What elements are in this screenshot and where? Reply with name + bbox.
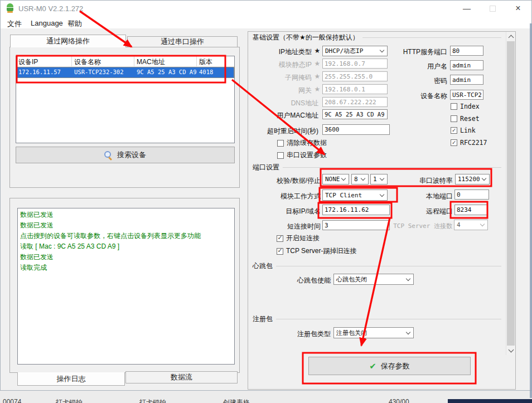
databits-select[interactable]: 8	[351, 174, 369, 184]
minimize-button[interactable]: —	[454, 1, 480, 16]
register-type-select[interactable]: 注册包关闭	[333, 327, 414, 338]
dns-input[interactable]	[322, 97, 388, 107]
device-ip: 172.16.11.57	[16, 67, 72, 78]
password-input[interactable]	[450, 75, 483, 85]
http-port-input[interactable]	[450, 46, 483, 56]
tcpserver-conn-select[interactable]: 4	[454, 220, 488, 230]
reset-checkbox[interactable]: Reset	[451, 115, 480, 123]
scrollbar-thumb[interactable]	[507, 41, 515, 346]
serial-param-checkbox[interactable]: 串口设置参数	[277, 150, 327, 160]
user-mac-input[interactable]	[322, 109, 388, 119]
label-baud-rate: 串口波特率	[413, 176, 453, 186]
subnet-mask-input[interactable]	[322, 71, 388, 81]
log-line: 读取 [ Mac : 9C A5 25 A3 CD A9 ]	[20, 241, 232, 252]
menu-language[interactable]: Language	[28, 18, 65, 28]
label-register-type: 注册包类型	[253, 329, 331, 339]
search-icon	[104, 151, 113, 159]
work-mode-value: TCP Client	[325, 192, 362, 199]
work-mode-select[interactable]: TCP Client	[322, 190, 388, 201]
app-window: USR-M0 V2.2.1.272 — × 文件 Language 帮助 通过网…	[0, 0, 532, 391]
background-fragment: 打卡锁拍	[56, 398, 83, 403]
close-icon: ×	[515, 3, 520, 13]
checkbox-checked-icon	[277, 248, 283, 255]
reboot-timeout-input[interactable]	[322, 124, 390, 135]
rfc2217-label: RFC2217	[460, 139, 487, 147]
index-label: Index	[460, 103, 480, 110]
chevron-down-icon	[482, 176, 486, 181]
label-ip-type: IP地址类型	[240, 47, 312, 57]
device-table: 设备IP 设备名称 MAC地址 版本 172.16.11.57 USR-TCP2…	[16, 56, 235, 143]
index-checkbox[interactable]: Index	[451, 103, 480, 110]
remote-port-input[interactable]	[454, 205, 487, 215]
heartbeat-select[interactable]: 心跳包关闭	[333, 274, 414, 285]
column-version[interactable]: 版本	[197, 56, 234, 66]
background-window-strip: 00074 打卡锁拍 打卡锁拍 创建表格 430/00	[0, 391, 532, 403]
checkbox-icon	[451, 103, 457, 110]
port-settings-title: 端口设置	[253, 163, 279, 172]
target-ip-input[interactable]	[322, 205, 390, 215]
link-checkbox[interactable]: Link	[451, 127, 476, 134]
background-fragment: 00074	[3, 398, 21, 403]
menu-bar: 文件 Language 帮助	[1, 16, 531, 28]
tcpserver-conn-value: 4	[457, 221, 461, 229]
ip-type-value: DHCP/动态IP	[325, 47, 363, 55]
chevron-down-icon	[380, 192, 384, 196]
log-line: 数据已发送	[20, 252, 232, 263]
databits-value: 8	[354, 176, 358, 183]
tab-operation-log[interactable]: 操作日志	[17, 372, 125, 386]
tab-serial-operate[interactable]: 通过串口操作	[127, 36, 238, 47]
device-table-header: 设备IP 设备名称 MAC地址 版本	[16, 56, 234, 67]
app-icon	[6, 3, 14, 13]
scroll-up-button[interactable]	[506, 32, 515, 41]
log-line: 数据已发送	[20, 220, 232, 231]
clear-cache-label: 清除缓存数据	[287, 138, 327, 148]
short-conn-time-input[interactable]	[322, 220, 390, 230]
maximize-button[interactable]	[480, 1, 505, 16]
column-mac[interactable]: MAC地址	[134, 56, 197, 66]
star-icon: ★	[312, 72, 322, 80]
kick-old-conn-checkbox[interactable]: TCP Server-踢掉旧连接	[277, 246, 356, 256]
parity-select[interactable]: NONE	[322, 174, 349, 184]
close-button[interactable]: ×	[505, 1, 531, 16]
scroll-down-button[interactable]	[506, 346, 515, 355]
tab-data-stream[interactable]: 数据流	[125, 371, 238, 383]
menu-help[interactable]: 帮助	[65, 18, 84, 30]
rfc2217-checkbox[interactable]: RFC2217	[451, 139, 487, 147]
search-device-button[interactable]: 搜索设备	[16, 147, 235, 163]
parity-value: NONE	[325, 176, 340, 183]
tab-network-operate[interactable]: 通过网络操作	[10, 35, 126, 47]
operation-log[interactable]: 数据已发送 数据已发送 点击搜到的设备可读取参数，右键点击设备列表显示更多功能 …	[17, 208, 235, 365]
stopbits-value: 1	[373, 176, 377, 183]
baud-rate-select[interactable]: 115200	[455, 174, 490, 184]
chevron-down-icon	[361, 176, 365, 181]
maximize-icon	[490, 6, 496, 12]
device-row-selected[interactable]: 172.16.11.57 USR-TCP232-302 9C A5 25 A3 …	[16, 67, 234, 78]
gateway-input[interactable]	[322, 84, 388, 94]
ip-type-select[interactable]: DHCP/动态IP	[322, 46, 388, 56]
chevron-down-icon	[380, 48, 384, 52]
register-title: 注册包	[253, 314, 273, 324]
label-username: 用户名	[385, 62, 447, 71]
settings-scrollbar[interactable]	[506, 32, 515, 355]
window-title: USR-M0 V2.2.1.272	[18, 4, 83, 13]
save-params-button[interactable]: ✔ 保存参数	[308, 357, 471, 375]
label-tcpserver-conn: TCP Server 连接数	[385, 222, 452, 230]
checkbox-icon	[277, 152, 284, 159]
column-device-ip[interactable]: 设备IP	[16, 56, 72, 66]
label-work-mode: 模块工作方式	[253, 192, 321, 201]
stopbits-select[interactable]: 1	[370, 174, 388, 184]
clear-cache-checkbox[interactable]: 清除缓存数据	[277, 138, 327, 148]
enable-short-conn-checkbox[interactable]: 开启短连接	[277, 234, 320, 243]
column-device-name[interactable]: 设备名称	[72, 56, 134, 66]
log-line: 读取完成	[20, 263, 232, 273]
heartbeat-header: 心跳包	[253, 261, 501, 271]
username-input[interactable]	[450, 60, 483, 70]
label-user-mac: 用户MAC地址	[240, 111, 318, 120]
device-name: USR-TCP232-302	[72, 67, 134, 78]
menu-file[interactable]: 文件	[5, 18, 24, 30]
device-name-input[interactable]	[450, 90, 483, 100]
static-ip-input[interactable]	[322, 59, 388, 69]
chevron-down-icon	[341, 176, 346, 181]
local-port-input[interactable]	[454, 190, 489, 200]
minimize-icon: —	[463, 4, 471, 13]
